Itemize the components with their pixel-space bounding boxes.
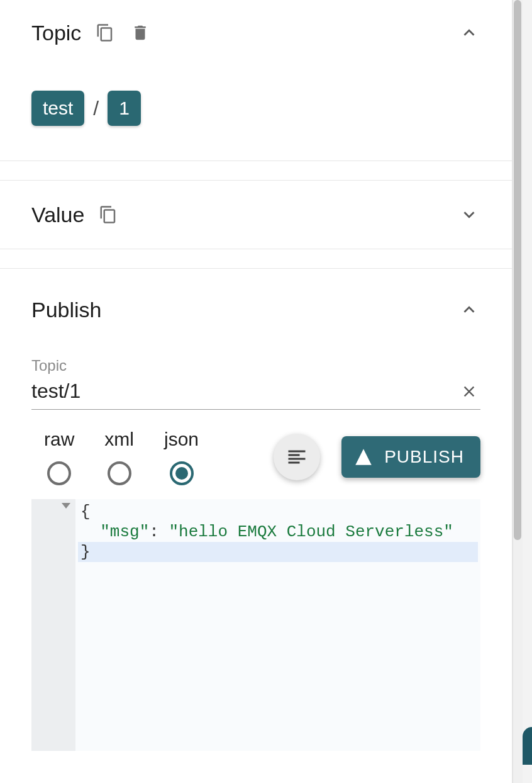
payload-editor[interactable]: { "msg": "hello EMQX Cloud Serverless" }	[31, 499, 480, 751]
publish-panel: Publish Topic raw	[0, 268, 512, 751]
main-panel: Topic test / 1 Value	[0, 0, 513, 783]
send-icon	[353, 446, 374, 468]
copy-icon[interactable]	[94, 21, 116, 44]
chevron-up-icon[interactable]	[458, 21, 480, 44]
value-panel: Value	[0, 180, 512, 249]
format-label-xml: xml	[104, 429, 134, 450]
topic-separator: /	[92, 97, 100, 120]
publish-title: Publish	[31, 298, 102, 322]
code-line-1: {	[78, 502, 478, 522]
publish-button-label: PUBLISH	[384, 447, 464, 467]
format-align-button[interactable]	[274, 434, 320, 480]
publish-body: Topic raw xml	[31, 351, 480, 751]
code-line-3: }	[78, 542, 478, 562]
clear-icon[interactable]	[458, 380, 480, 403]
radio-icon	[170, 461, 194, 485]
publish-button[interactable]: PUBLISH	[341, 436, 480, 478]
editor-gutter	[31, 499, 75, 751]
format-radio-json[interactable]: json	[164, 429, 199, 485]
fold-marker-icon[interactable]	[62, 503, 70, 509]
format-radio-group: raw xml json	[44, 429, 199, 485]
chevron-down-icon[interactable]	[458, 203, 480, 226]
topic-field-wrap	[31, 380, 480, 410]
topic-chip-0[interactable]: test	[31, 91, 84, 126]
value-title-row: Value	[31, 203, 119, 227]
topic-field-label: Topic	[31, 357, 480, 375]
scrollbar-thumb[interactable]	[514, 0, 521, 540]
format-label-json: json	[164, 429, 199, 450]
format-label-raw: raw	[44, 429, 74, 450]
format-radio-raw[interactable]: raw	[44, 429, 74, 485]
format-row: raw xml json	[31, 429, 480, 485]
topic-chip-1[interactable]: 1	[108, 91, 141, 126]
publish-panel-header[interactable]: Publish	[31, 269, 480, 351]
format-radio-xml[interactable]: xml	[104, 429, 134, 485]
radio-icon	[47, 461, 71, 485]
trash-icon[interactable]	[129, 21, 152, 44]
editor-code-area[interactable]: { "msg": "hello EMQX Cloud Serverless" }	[75, 499, 480, 751]
topic-input[interactable]	[31, 380, 458, 403]
topic-panel-header[interactable]: Topic	[31, 0, 480, 65]
chevron-up-icon[interactable]	[458, 298, 480, 321]
topic-title: Topic	[31, 21, 81, 45]
value-title: Value	[31, 203, 84, 227]
side-help-tab[interactable]	[523, 727, 532, 765]
value-panel-header[interactable]: Value	[31, 181, 480, 249]
publish-title-row: Publish	[31, 298, 102, 322]
topic-breadcrumb: test / 1	[31, 65, 480, 161]
topic-panel: Topic test / 1	[0, 0, 512, 161]
radio-icon	[108, 461, 131, 485]
copy-icon[interactable]	[97, 203, 119, 226]
scrollbar-track[interactable]	[513, 0, 523, 783]
topic-title-row: Topic	[31, 21, 152, 45]
code-line-2: "msg": "hello EMQX Cloud Serverless"	[78, 522, 478, 542]
